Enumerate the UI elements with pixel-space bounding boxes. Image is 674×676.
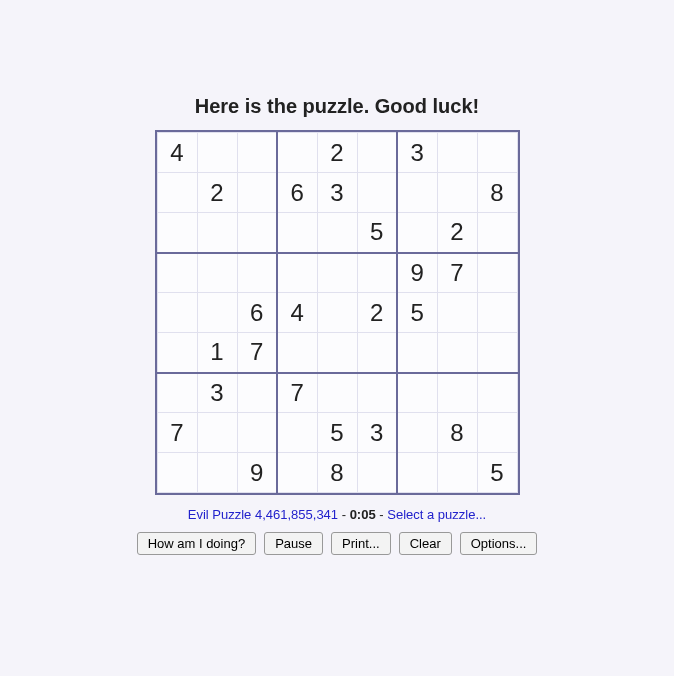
sudoku-cell[interactable]: 3 <box>317 173 357 213</box>
sudoku-cell[interactable] <box>277 133 317 173</box>
button-bar: How am I doing? Pause Print... Clear Opt… <box>137 532 538 555</box>
sudoku-cell[interactable] <box>437 173 477 213</box>
sudoku-cell[interactable] <box>357 173 397 213</box>
options-button[interactable]: Options... <box>460 532 538 555</box>
separator: - <box>338 507 350 522</box>
sudoku-cell[interactable] <box>157 253 197 293</box>
sudoku-cell[interactable]: 9 <box>397 253 437 293</box>
sudoku-cell[interactable] <box>477 293 517 333</box>
sudoku-cell[interactable]: 7 <box>277 373 317 413</box>
sudoku-cell[interactable] <box>197 453 237 493</box>
sudoku-cell[interactable]: 8 <box>317 453 357 493</box>
sudoku-cell[interactable] <box>477 413 517 453</box>
sudoku-cell[interactable] <box>317 333 357 373</box>
sudoku-cell[interactable]: 3 <box>197 373 237 413</box>
sudoku-cell[interactable] <box>357 453 397 493</box>
sudoku-cell[interactable] <box>237 133 277 173</box>
sudoku-cell[interactable]: 4 <box>157 133 197 173</box>
sudoku-cell[interactable] <box>237 213 277 253</box>
sudoku-cell[interactable] <box>237 413 277 453</box>
sudoku-cell[interactable] <box>397 213 437 253</box>
sudoku-cell[interactable]: 5 <box>317 413 357 453</box>
timer: 0:05 <box>350 507 376 522</box>
select-puzzle-link[interactable]: Select a puzzle... <box>387 507 486 522</box>
sudoku-cell[interactable] <box>317 373 357 413</box>
sudoku-cell[interactable] <box>437 333 477 373</box>
sudoku-cell[interactable] <box>197 413 237 453</box>
sudoku-cell[interactable]: 5 <box>397 293 437 333</box>
sudoku-cell[interactable] <box>397 333 437 373</box>
separator: - <box>376 507 388 522</box>
pause-button[interactable]: Pause <box>264 532 323 555</box>
sudoku-cell[interactable] <box>157 213 197 253</box>
sudoku-cell[interactable] <box>437 133 477 173</box>
sudoku-cell[interactable] <box>477 253 517 293</box>
sudoku-cell[interactable] <box>197 133 237 173</box>
sudoku-cell[interactable] <box>477 373 517 413</box>
sudoku-cell[interactable] <box>357 253 397 293</box>
sudoku-cell[interactable]: 7 <box>437 253 477 293</box>
sudoku-cell[interactable] <box>317 213 357 253</box>
sudoku-cell[interactable] <box>277 453 317 493</box>
sudoku-cell[interactable]: 2 <box>197 173 237 213</box>
sudoku-cell[interactable] <box>157 333 197 373</box>
sudoku-cell[interactable] <box>237 373 277 413</box>
sudoku-cell[interactable] <box>157 173 197 213</box>
sudoku-cell[interactable]: 3 <box>357 413 397 453</box>
sudoku-cell[interactable]: 3 <box>397 133 437 173</box>
sudoku-cell[interactable] <box>317 253 357 293</box>
sudoku-cell[interactable] <box>277 333 317 373</box>
sudoku-cell[interactable] <box>357 333 397 373</box>
sudoku-cell[interactable]: 1 <box>197 333 237 373</box>
sudoku-cell[interactable] <box>437 453 477 493</box>
sudoku-cell[interactable]: 2 <box>317 133 357 173</box>
sudoku-cell[interactable] <box>397 413 437 453</box>
sudoku-cell[interactable]: 2 <box>437 213 477 253</box>
sudoku-cell[interactable] <box>157 453 197 493</box>
sudoku-cell[interactable] <box>237 253 277 293</box>
clear-button[interactable]: Clear <box>399 532 452 555</box>
sudoku-cell[interactable] <box>237 173 277 213</box>
sudoku-cell[interactable]: 5 <box>477 453 517 493</box>
sudoku-cell[interactable] <box>437 373 477 413</box>
sudoku-cell[interactable]: 8 <box>437 413 477 453</box>
sudoku-cell[interactable] <box>157 293 197 333</box>
puzzle-link[interactable]: Evil Puzzle 4,461,855,341 <box>188 507 338 522</box>
sudoku-cell[interactable]: 5 <box>357 213 397 253</box>
sudoku-cell[interactable] <box>277 253 317 293</box>
sudoku-grid: 42326385297642517377538985 <box>155 130 520 495</box>
print-button[interactable]: Print... <box>331 532 391 555</box>
sudoku-cell[interactable] <box>477 213 517 253</box>
sudoku-cell[interactable]: 9 <box>237 453 277 493</box>
sudoku-cell[interactable] <box>397 453 437 493</box>
sudoku-cell[interactable] <box>397 173 437 213</box>
sudoku-cell[interactable] <box>197 213 237 253</box>
sudoku-cell[interactable] <box>477 133 517 173</box>
sudoku-cell[interactable]: 7 <box>237 333 277 373</box>
sudoku-cell[interactable]: 8 <box>477 173 517 213</box>
sudoku-cell[interactable] <box>197 293 237 333</box>
sudoku-cell[interactable] <box>357 133 397 173</box>
status-bar: Evil Puzzle 4,461,855,341 - 0:05 - Selec… <box>188 507 486 522</box>
sudoku-cell[interactable]: 7 <box>157 413 197 453</box>
how-am-i-doing-button[interactable]: How am I doing? <box>137 532 257 555</box>
sudoku-cell[interactable] <box>357 373 397 413</box>
page-title: Here is the puzzle. Good luck! <box>195 95 480 118</box>
sudoku-cell[interactable]: 6 <box>237 293 277 333</box>
sudoku-cell[interactable] <box>157 373 197 413</box>
sudoku-cell[interactable] <box>477 333 517 373</box>
sudoku-cell[interactable]: 6 <box>277 173 317 213</box>
sudoku-cell[interactable] <box>277 413 317 453</box>
sudoku-cell[interactable] <box>437 293 477 333</box>
sudoku-cell[interactable]: 4 <box>277 293 317 333</box>
sudoku-cell[interactable]: 2 <box>357 293 397 333</box>
sudoku-cell[interactable] <box>317 293 357 333</box>
sudoku-cell[interactable] <box>277 213 317 253</box>
sudoku-cell[interactable] <box>397 373 437 413</box>
sudoku-cell[interactable] <box>197 253 237 293</box>
